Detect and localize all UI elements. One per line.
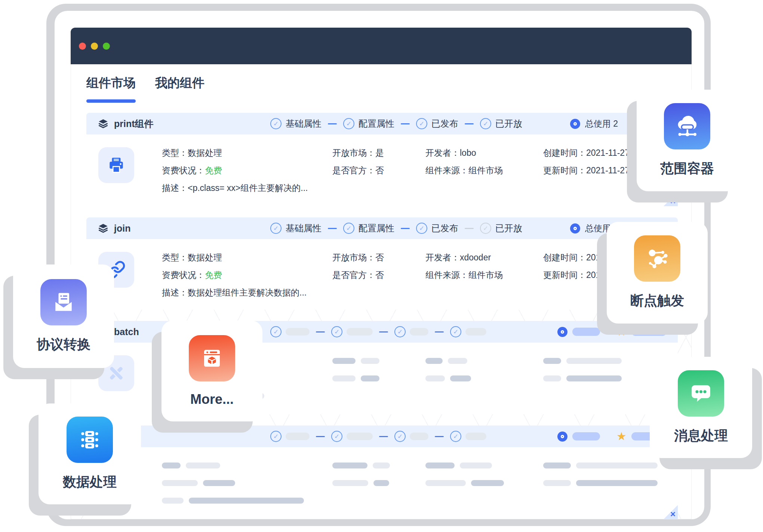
- feature-card-breakpoint-trigger[interactable]: 断点触发: [607, 222, 708, 324]
- field-official: 是否官方：否: [332, 165, 425, 176]
- step-open: ✓已开放: [480, 222, 522, 234]
- placeholder-row: [425, 460, 543, 471]
- check-circle-icon: ✓: [450, 326, 461, 337]
- design-tools-icon: [107, 364, 126, 383]
- field-created: 创建时间：2019-1: [543, 252, 613, 263]
- check-circle-icon: ✓: [480, 223, 491, 234]
- component-icon-tile: [98, 147, 134, 183]
- layers-icon: [98, 118, 109, 129]
- star-icon: ★: [616, 431, 627, 442]
- component-card-join[interactable]: join ✓基础属性 ✓配置属性 ✓已发布 ✓已开放 总使用 6 ★ 总评: [86, 217, 678, 310]
- feature-card-message-processing[interactable]: 消息处理: [650, 357, 752, 458]
- feature-label: 数据处理: [63, 473, 117, 491]
- rating: ★: [616, 326, 667, 337]
- placeholder-row: [425, 373, 543, 384]
- data-server-icon: [67, 417, 113, 463]
- step-placeholder: ✓: [331, 431, 373, 442]
- step-connector: [401, 123, 410, 124]
- step-connector: [316, 331, 325, 332]
- card-body: 类型：数据处理 资费状况：免费 描述：<p.class= xx>组件主要解决的.…: [86, 134, 678, 194]
- check-circle-icon: ✓: [331, 431, 342, 442]
- layers-icon: [98, 223, 109, 233]
- field-source: 组件来源：组件市场: [425, 165, 543, 176]
- close-window-button[interactable]: [79, 43, 86, 50]
- placeholder-row: [332, 460, 425, 471]
- placeholder-row: [425, 477, 543, 489]
- check-circle-icon: ✓: [343, 223, 354, 234]
- component-card-placeholder[interactable]: ✓ ✓ ✓ ✓ ★: [86, 426, 678, 519]
- maximize-window-button[interactable]: [103, 43, 110, 50]
- placeholder-pill: [410, 328, 428, 335]
- field-developer: 开发者：xdooder: [425, 252, 543, 263]
- usage-count: [557, 432, 600, 442]
- check-circle-icon: ✓: [450, 431, 461, 442]
- eye-icon: [557, 432, 567, 442]
- card-body: 类型：数据处理 资费状况：免费 描述：数据处理组件主要解决数据的... 开放市场…: [86, 239, 678, 298]
- field-official: 是否官方：否: [332, 269, 425, 281]
- placeholder-row: [425, 355, 543, 366]
- check-circle-icon: ✓: [416, 118, 427, 129]
- check-circle-icon: ✓: [416, 223, 427, 234]
- field-fee: 资费状况：免费: [162, 165, 332, 176]
- usage-count: [557, 327, 600, 337]
- step-open: ✓已开放: [480, 118, 522, 130]
- placeholder-pill: [286, 433, 310, 440]
- step-connector: [435, 331, 444, 332]
- step-published: ✓已发布: [416, 222, 458, 234]
- close-icon[interactable]: ✕: [670, 510, 676, 519]
- feature-label: 范围容器: [660, 160, 714, 178]
- close-icon[interactable]: ✕: [670, 197, 676, 205]
- check-circle-icon: ✓: [270, 223, 281, 234]
- placeholder-pill: [410, 433, 428, 440]
- feature-card-scope-container[interactable]: 范围容器: [637, 90, 738, 191]
- step-config: ✓配置属性: [343, 118, 394, 130]
- step-connector: [401, 228, 410, 229]
- field-type: 类型：数据处理: [162, 252, 332, 263]
- step-connector: [328, 228, 337, 229]
- placeholder-pill: [286, 328, 310, 335]
- placeholder-row: [162, 477, 332, 489]
- placeholder-pill: [465, 433, 486, 440]
- printer-icon: [107, 156, 126, 174]
- placeholder-pill: [465, 328, 486, 335]
- eye-icon: [570, 119, 580, 129]
- placeholder-row: [543, 373, 622, 384]
- field-open-market: 开放市场：是: [332, 147, 425, 158]
- placeholder-pill: [347, 328, 373, 335]
- card-title: print组件: [98, 118, 270, 130]
- step-connector: [379, 331, 388, 332]
- step-config: ✓配置属性: [343, 222, 394, 234]
- card-header: join ✓基础属性 ✓配置属性 ✓已发布 ✓已开放 总使用 6 ★ 总评: [86, 217, 678, 239]
- tab-component-market[interactable]: 组件市场: [86, 75, 136, 103]
- tab-bar: 组件市场 我的组件: [86, 75, 204, 103]
- step-basic: ✓基础属性: [270, 118, 321, 130]
- step-connector: [379, 436, 388, 437]
- component-name: batch: [114, 327, 139, 337]
- app-content: 组件市场 我的组件 print组件 ✓基础属性 ✓配置属性 ✓已发布 ✓已开放: [71, 64, 692, 519]
- step-published: ✓已发布: [416, 118, 458, 130]
- check-circle-icon: ✓: [343, 118, 354, 129]
- placeholder-row: [332, 373, 425, 384]
- eye-icon: [557, 327, 567, 337]
- feature-label: 断点触发: [630, 292, 684, 310]
- check-circle-icon: ✓: [270, 431, 281, 442]
- eye-icon: [570, 223, 580, 233]
- step-placeholder: ✓: [394, 431, 428, 442]
- tab-my-components[interactable]: 我的组件: [155, 75, 204, 103]
- feature-card-data-processing[interactable]: 数据处理: [39, 403, 141, 504]
- browser-cube-icon: [189, 335, 235, 381]
- check-circle-icon: ✓: [480, 118, 491, 129]
- component-card-print[interactable]: print组件 ✓基础属性 ✓配置属性 ✓已发布 ✓已开放 总使用 2 ★ 总评: [86, 113, 678, 206]
- feature-card-more[interactable]: More...: [161, 321, 262, 421]
- step-placeholder: ✓: [450, 431, 486, 442]
- star-icon: ★: [616, 326, 627, 337]
- window-titlebar: [71, 28, 692, 64]
- minimize-window-button[interactable]: [91, 43, 98, 50]
- feature-card-protocol-conversion[interactable]: 协议转换: [13, 265, 114, 368]
- step-connector: [465, 123, 474, 124]
- status-steps: ✓ ✓ ✓ ✓: [270, 326, 486, 337]
- field-desc: 描述：数据处理组件主要解决数据的...: [162, 287, 332, 298]
- field-desc: 描述：<p.class= xx>组件主要解决的...: [162, 182, 332, 194]
- step-connector: [435, 436, 444, 437]
- step-connector: [465, 228, 474, 229]
